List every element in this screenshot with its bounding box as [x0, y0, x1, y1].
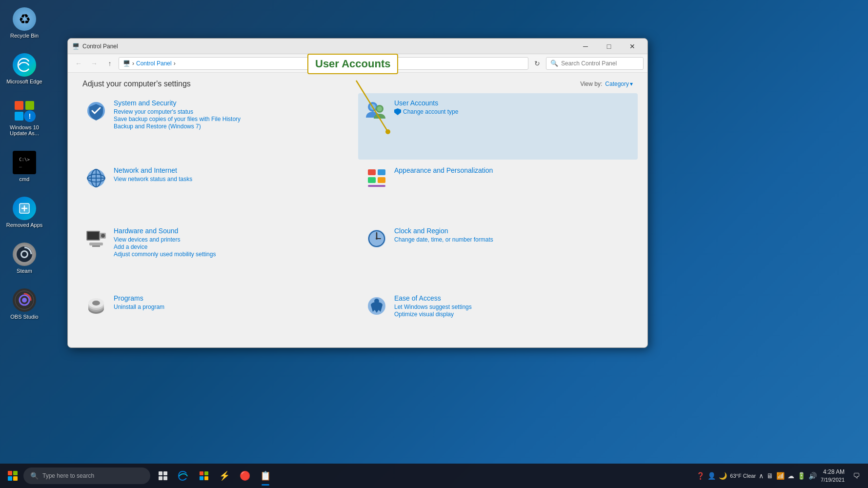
- shield-icon: [394, 108, 401, 115]
- category-network-internet[interactable]: Network and Internet View network status…: [78, 161, 357, 220]
- clock-time: 4:28 AM: [821, 468, 845, 476]
- recycle-bin-icon[interactable]: ♻ Recycle Bin: [2, 5, 46, 41]
- category-user-accounts[interactable]: User Accounts Change account type: [358, 93, 638, 160]
- notification-button[interactable]: 🗨: [848, 467, 864, 485]
- ease-title[interactable]: Ease of Access: [394, 294, 631, 302]
- ease-links: Let Windows suggest settings Optimize vi…: [394, 304, 631, 318]
- taskbar-app-lightning[interactable]: ⚡: [216, 467, 233, 485]
- network-content: Network and Internet View network status…: [114, 166, 350, 183]
- svg-rect-32: [92, 245, 100, 247]
- svg-point-37: [376, 238, 378, 240]
- desktop: ♻ Recycle Bin Microsoft Edge: [0, 0, 868, 488]
- network-status-link[interactable]: View network status and tasks: [114, 176, 350, 183]
- programs-icon: [84, 294, 108, 318]
- back-button[interactable]: ←: [72, 57, 85, 70]
- search-box[interactable]: 🔍: [546, 57, 644, 70]
- user-accounts-content: User Accounts Change account type: [394, 99, 631, 115]
- hardware-sound-icon: [84, 227, 108, 250]
- ease-access-icon: [365, 294, 388, 318]
- suggest-settings-link[interactable]: Let Windows suggest settings: [394, 304, 631, 310]
- cmd-icon[interactable]: C:\>_ cmd: [2, 148, 46, 184]
- svg-rect-25: [378, 177, 385, 183]
- category-clock-region[interactable]: Clock and Region Change date, time, or n…: [358, 221, 638, 287]
- windows-update-icon[interactable]: ! Windows 10 Update As...: [2, 97, 46, 139]
- add-device-link[interactable]: Add a device: [114, 244, 350, 250]
- control-panel-window: 🖥️ Control Panel ─ □ ✕ ← → ↑ 🖥️ › Contro…: [67, 38, 648, 348]
- svg-point-30: [101, 234, 105, 238]
- help-icon[interactable]: ❓: [696, 472, 705, 480]
- taskbar-clock[interactable]: 4:28 AM 7/19/2021: [821, 468, 845, 484]
- svg-rect-22: [368, 169, 376, 175]
- microsoft-edge-icon[interactable]: Microsoft Edge: [2, 51, 46, 87]
- review-status-link[interactable]: Review your computer's status: [114, 108, 350, 115]
- cmd-label: cmd: [20, 176, 30, 182]
- steam-icon[interactable]: Steam: [2, 240, 46, 276]
- forward-button[interactable]: →: [87, 57, 101, 70]
- view-by-dropdown[interactable]: Category ▾: [605, 81, 633, 87]
- removed-apps-icon[interactable]: Removed Apps: [2, 194, 46, 230]
- window-icon: 🖥️: [72, 42, 80, 50]
- chevron-down-icon: ▾: [630, 81, 633, 87]
- svg-rect-48: [163, 471, 167, 475]
- minimize-button[interactable]: ─: [574, 39, 597, 54]
- date-time-link[interactable]: Change date, time, or number formats: [394, 236, 631, 243]
- up-button[interactable]: ↑: [103, 57, 117, 70]
- system-security-title[interactable]: System and Security: [114, 99, 350, 107]
- start-button[interactable]: [4, 467, 21, 485]
- taskbar-app-red[interactable]: 🔴: [236, 467, 254, 485]
- notification-icon: 🗨: [853, 472, 860, 480]
- volume-icon[interactable]: 🔊: [808, 472, 817, 480]
- monitor-icon: 🖥: [767, 472, 773, 480]
- optimize-display-link[interactable]: Optimize visual display: [394, 311, 631, 318]
- restore-link[interactable]: Backup and Restore (Windows 7): [114, 123, 350, 130]
- taskbar-control-panel[interactable]: 📋: [257, 467, 274, 485]
- devices-printers-link[interactable]: View devices and printers: [114, 236, 350, 243]
- category-hardware-sound[interactable]: Hardware and Sound View devices and prin…: [78, 221, 357, 287]
- appearance-title[interactable]: Appearance and Personalization: [394, 166, 631, 174]
- svg-rect-54: [204, 476, 208, 480]
- windows-update-label: Windows 10 Update As...: [5, 124, 44, 136]
- backup-link[interactable]: Save backup copies of your files with Fi…: [114, 116, 350, 122]
- user-accounts-title[interactable]: User Accounts: [394, 99, 631, 107]
- close-button[interactable]: ✕: [621, 39, 644, 54]
- maximize-button[interactable]: □: [598, 39, 620, 54]
- change-account-type-link[interactable]: Change account type: [394, 108, 631, 115]
- hardware-title[interactable]: Hardware and Sound: [114, 227, 350, 235]
- svg-rect-50: [163, 476, 167, 480]
- category-ease-access[interactable]: Ease of Access Let Windows suggest setti…: [358, 288, 638, 347]
- svg-rect-51: [200, 471, 203, 475]
- svg-point-11: [22, 298, 27, 303]
- annotation-label: User Accounts: [315, 58, 390, 70]
- obs-studio-icon[interactable]: OBS Studio: [2, 286, 46, 322]
- programs-title[interactable]: Programs: [114, 294, 350, 302]
- taskbar-edge[interactable]: [175, 467, 192, 485]
- clock-date: 7/19/2021: [821, 476, 845, 484]
- address-controlpanel[interactable]: Control Panel: [136, 60, 172, 67]
- content-heading: Adjust your computer's settings: [82, 80, 191, 88]
- taskbar-search[interactable]: 🔍 Type here to search: [23, 468, 150, 484]
- chevron-up-icon[interactable]: ∧: [759, 472, 764, 480]
- system-security-links: Review your computer's status Save backu…: [114, 108, 350, 130]
- view-by-value-text: Category: [605, 81, 629, 87]
- svg-point-14: [370, 104, 376, 110]
- user-accounts-icon: [365, 99, 388, 122]
- refresh-button[interactable]: ↻: [530, 57, 544, 70]
- battery-icon: 🔋: [797, 472, 806, 480]
- address-arrow1: ›: [132, 60, 134, 67]
- address-icon: 🖥️: [123, 60, 130, 67]
- network-links: View network status and tasks: [114, 176, 350, 183]
- category-system-security[interactable]: System and Security Review your computer…: [78, 93, 357, 160]
- taskbar-task-view[interactable]: [154, 467, 172, 485]
- mobility-link[interactable]: Adjust commonly used mobility settings: [114, 251, 350, 258]
- people-icon[interactable]: 👤: [707, 472, 716, 480]
- clock-links: Change date, time, or number formats: [394, 236, 631, 243]
- uninstall-link[interactable]: Uninstall a program: [114, 304, 350, 310]
- taskbar-system: ❓ 👤 🌙 63°F Clear ∧ 🖥 📶 ☁ 🔋 🔊 4:28 AM 7/1…: [696, 467, 864, 485]
- moon-icon: 🌙: [719, 472, 727, 480]
- category-programs[interactable]: Programs Uninstall a program: [78, 288, 357, 347]
- search-input[interactable]: [561, 60, 639, 67]
- taskbar-store[interactable]: [195, 467, 213, 485]
- category-appearance[interactable]: Appearance and Personalization: [358, 161, 638, 220]
- network-title[interactable]: Network and Internet: [114, 166, 350, 174]
- clock-title[interactable]: Clock and Region: [394, 227, 631, 235]
